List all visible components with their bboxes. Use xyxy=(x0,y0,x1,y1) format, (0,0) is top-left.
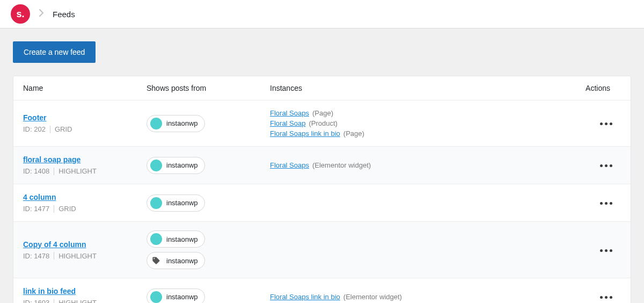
tag-icon xyxy=(150,255,162,266)
feed-meta: ID: 202GRID xyxy=(23,125,147,133)
feed-type: HIGHLIGHT xyxy=(58,299,97,303)
actions-cell xyxy=(557,292,621,302)
feed-meta: ID: 1408HIGHLIGHT xyxy=(23,167,147,175)
separator xyxy=(54,205,54,213)
sources-cell: instaonwp xyxy=(147,288,270,304)
table-row: floral soap pageID: 1408HIGHLIGHTinstaon… xyxy=(13,147,631,184)
instance-item: Floral Soaps link in bio(Elementor widge… xyxy=(270,293,557,301)
avatar-icon xyxy=(150,197,162,209)
feeds-table: Name Shows posts from Instances Actions … xyxy=(13,76,631,303)
table-header-row: Name Shows posts from Instances Actions xyxy=(13,76,631,100)
name-cell: Copy of 4 columnID: 1478HIGHLIGHT xyxy=(23,240,147,260)
source-chip[interactable]: instaonwp xyxy=(147,194,205,212)
feed-type: GRID xyxy=(58,205,76,213)
instances-cell: Floral Soaps link in bio(Elementor widge… xyxy=(270,293,557,301)
feed-name-link[interactable]: floral soap page xyxy=(23,155,80,164)
separator xyxy=(54,168,54,175)
more-actions-button[interactable] xyxy=(597,161,616,170)
separator xyxy=(50,126,50,133)
col-actions: Actions xyxy=(557,84,621,92)
app-logo[interactable]: s. xyxy=(11,4,30,24)
sources-cell: instaonwp xyxy=(147,115,270,132)
separator xyxy=(54,299,54,304)
source-chip[interactable]: instaonwp xyxy=(147,288,205,304)
name-cell: FooterID: 202GRID xyxy=(23,113,147,133)
feed-id: ID: 1478 xyxy=(23,252,49,260)
feed-id: ID: 1603 xyxy=(23,299,49,303)
instance-link[interactable]: Floral Soap xyxy=(270,119,305,127)
source-label: instaonwp xyxy=(166,199,198,207)
more-actions-button[interactable] xyxy=(597,246,616,255)
sources-cell: instaonwpinstaonwp xyxy=(147,230,270,269)
avatar-icon xyxy=(150,160,162,171)
instance-item: Floral Soaps(Page) xyxy=(270,109,557,117)
feed-meta: ID: 1478HIGHLIGHT xyxy=(23,252,147,260)
feed-name-link[interactable]: 4 column xyxy=(23,193,56,201)
feed-meta: ID: 1477GRID xyxy=(23,205,147,213)
table-row: link in bio feedID: 1603HIGHLIGHTinstaon… xyxy=(13,278,631,303)
source-chip[interactable]: instaonwp xyxy=(147,252,205,269)
breadcrumb: s. Feeds xyxy=(0,0,644,28)
chevron-right-icon xyxy=(39,9,44,20)
separator xyxy=(54,252,54,259)
col-shows: Shows posts from xyxy=(147,84,270,92)
actions-cell xyxy=(557,160,621,170)
table-row: 4 columnID: 1477GRIDinstaonwp xyxy=(13,184,631,222)
actions-cell xyxy=(557,245,621,255)
source-chip[interactable]: instaonwp xyxy=(147,157,205,174)
feed-id: ID: 1408 xyxy=(23,167,49,175)
col-name: Name xyxy=(23,84,147,92)
instance-link[interactable]: Floral Soaps link in bio xyxy=(270,129,340,138)
source-chip[interactable]: instaonwp xyxy=(147,115,205,132)
instance-type: (Elementor widget) xyxy=(312,161,371,169)
feed-type: HIGHLIGHT xyxy=(58,167,97,175)
page-title: Feeds xyxy=(53,10,75,19)
table-row: Copy of 4 columnID: 1478HIGHLIGHTinstaon… xyxy=(13,222,631,278)
sources-cell: instaonwp xyxy=(147,157,270,174)
sources-cell: instaonwp xyxy=(147,194,270,212)
feed-type: GRID xyxy=(55,125,72,133)
name-cell: link in bio feedID: 1603HIGHLIGHT xyxy=(23,287,147,303)
feed-id: ID: 1477 xyxy=(23,205,49,213)
avatar-icon xyxy=(150,118,162,129)
instance-link[interactable]: Floral Soaps xyxy=(270,109,309,117)
feed-name-link[interactable]: Copy of 4 column xyxy=(23,240,86,249)
more-actions-button[interactable] xyxy=(597,199,616,208)
feed-name-link[interactable]: Footer xyxy=(23,113,47,122)
instance-link[interactable]: Floral Soaps xyxy=(270,161,309,169)
actions-cell xyxy=(557,118,621,128)
source-label: instaonwp xyxy=(166,293,198,301)
source-label: instaonwp xyxy=(166,257,198,265)
source-chip[interactable]: instaonwp xyxy=(147,230,205,248)
feed-id: ID: 202 xyxy=(23,125,46,133)
instance-item: Floral Soap(Product) xyxy=(270,119,557,127)
feed-type: HIGHLIGHT xyxy=(58,252,97,260)
source-label: instaonwp xyxy=(166,235,198,243)
avatar-icon xyxy=(150,233,162,245)
instance-type: (Page) xyxy=(312,109,333,117)
col-instances: Instances xyxy=(270,84,557,92)
instance-type: (Page) xyxy=(343,129,364,138)
instances-cell: Floral Soaps(Page)Floral Soap(Product)Fl… xyxy=(270,109,557,138)
source-label: instaonwp xyxy=(166,119,198,127)
instance-type: (Elementor widget) xyxy=(343,293,402,301)
source-label: instaonwp xyxy=(166,161,198,169)
actions-cell xyxy=(557,198,621,208)
more-actions-button[interactable] xyxy=(597,293,616,302)
avatar-icon xyxy=(150,291,162,303)
instance-type: (Product) xyxy=(309,119,337,127)
name-cell: 4 columnID: 1477GRID xyxy=(23,193,147,213)
feed-name-link[interactable]: link in bio feed xyxy=(23,287,76,295)
name-cell: floral soap pageID: 1408HIGHLIGHT xyxy=(23,155,147,175)
instance-link[interactable]: Floral Soaps link in bio xyxy=(270,293,340,301)
instance-item: Floral Soaps link in bio(Page) xyxy=(270,129,557,138)
feed-meta: ID: 1603HIGHLIGHT xyxy=(23,299,147,303)
instances-cell: Floral Soaps(Elementor widget) xyxy=(270,161,557,169)
instance-item: Floral Soaps(Elementor widget) xyxy=(270,161,557,169)
create-feed-button[interactable]: Create a new feed xyxy=(13,41,96,63)
table-row: FooterID: 202GRIDinstaonwpFloral Soaps(P… xyxy=(13,100,631,147)
more-actions-button[interactable] xyxy=(597,119,616,128)
